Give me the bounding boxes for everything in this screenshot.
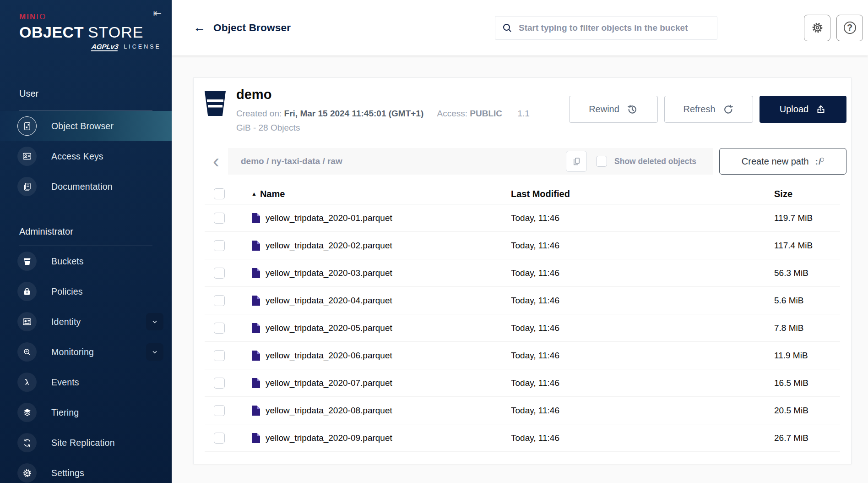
create-path-circle bbox=[820, 158, 824, 162]
table-row[interactable]: yellow_tripdata_2020-09.parquet Today, 1… bbox=[205, 424, 840, 452]
row-checkbox[interactable] bbox=[214, 433, 225, 444]
bucket-meta: Created on: Fri, Mar 15 2024 11:45:01 (G… bbox=[236, 106, 545, 135]
created-on-value: Fri, Mar 15 2024 11:45:01 (GMT+1) bbox=[284, 109, 424, 118]
sidebar-item-label: Policies bbox=[51, 286, 83, 297]
bucket-icon bbox=[204, 91, 226, 135]
table-row[interactable]: yellow_tripdata_2020-07.parquet Today, 1… bbox=[205, 369, 840, 397]
table-header: ▲Name Last Modified Size bbox=[205, 184, 840, 204]
upload-icon bbox=[815, 104, 826, 115]
table-row[interactable]: yellow_tripdata_2020-05.parquet Today, 1… bbox=[205, 314, 840, 342]
license-row: AGPLv3 LICENSE bbox=[19, 42, 172, 51]
refresh-button-label: Refresh bbox=[683, 104, 715, 115]
back-arrow-icon[interactable]: ← bbox=[193, 22, 206, 34]
sidebar-item-settings[interactable]: Settings bbox=[0, 458, 172, 483]
sidebar-item-monitoring[interactable]: Monitoring bbox=[0, 337, 172, 367]
chevron-down-icon[interactable] bbox=[146, 343, 163, 361]
brand-io-text: IO bbox=[36, 12, 46, 21]
table-row[interactable]: yellow_tripdata_2020-04.parquet Today, 1… bbox=[205, 287, 840, 314]
sidebar-divider bbox=[19, 69, 152, 69]
row-checkbox[interactable] bbox=[214, 323, 225, 334]
search-wrap bbox=[408, 16, 804, 40]
upload-button-label: Upload bbox=[780, 104, 808, 115]
row-checkbox[interactable] bbox=[214, 268, 225, 279]
object-name-cell: yellow_tripdata_2020-07.parquet bbox=[251, 378, 511, 389]
parquet-file-icon bbox=[251, 240, 260, 251]
upload-button[interactable]: Upload bbox=[760, 96, 846, 123]
parquet-file-icon bbox=[251, 433, 260, 444]
bucket-card: demo Created on: Fri, Mar 15 2024 11:45:… bbox=[193, 77, 852, 464]
sidebar-item-label: Settings bbox=[51, 468, 84, 478]
table-row[interactable]: yellow_tripdata_2020-03.parquet Today, 1… bbox=[205, 259, 840, 287]
brand-min-text: MIN bbox=[19, 12, 36, 21]
object-size: 119.7 MiB bbox=[774, 213, 840, 223]
sidebar-item-documentation[interactable]: Documentation bbox=[0, 171, 172, 202]
show-deleted-label[interactable]: Show deleted objects bbox=[614, 157, 696, 166]
object-size: 7.8 MiB bbox=[774, 323, 840, 333]
select-all-checkbox[interactable] bbox=[214, 188, 225, 199]
access-value: PUBLIC bbox=[470, 109, 502, 118]
bucket-info: demo Created on: Fri, Mar 15 2024 11:45:… bbox=[236, 86, 545, 135]
object-size: 5.6 MiB bbox=[774, 296, 840, 306]
row-checkbox[interactable] bbox=[214, 405, 225, 416]
help-button[interactable]: ? bbox=[836, 15, 863, 41]
sidebar-item-identity[interactable]: Identity bbox=[0, 307, 172, 337]
help-icon: ? bbox=[844, 22, 856, 34]
object-name: yellow_tripdata_2020-01.parquet bbox=[266, 213, 392, 223]
object-modified: Today, 11:46 bbox=[511, 406, 774, 416]
page-title-wrap: ← Object Browser bbox=[193, 22, 408, 34]
copy-path-button[interactable] bbox=[566, 151, 587, 172]
object-size: 20.5 MiB bbox=[774, 406, 840, 416]
created-on-label: Created on: bbox=[236, 109, 282, 118]
documentation-icon bbox=[17, 177, 37, 196]
row-checkbox[interactable] bbox=[214, 378, 225, 389]
show-deleted-checkbox[interactable] bbox=[596, 156, 607, 167]
sidebar-collapse-icon[interactable]: ⇤ bbox=[153, 7, 162, 19]
parquet-file-icon bbox=[251, 213, 260, 224]
refresh-button[interactable]: Refresh bbox=[664, 96, 753, 123]
refresh-icon bbox=[722, 104, 734, 115]
sidebar-item-access-keys[interactable]: Access Keys bbox=[0, 141, 172, 171]
sidebar-item-policies[interactable]: Policies bbox=[0, 276, 172, 307]
row-checkbox[interactable] bbox=[214, 240, 225, 251]
object-modified: Today, 11:46 bbox=[511, 433, 774, 443]
sidebar-item-tiering[interactable]: Tiering bbox=[0, 397, 172, 428]
table-row[interactable]: yellow_tripdata_2020-08.parquet Today, 1… bbox=[205, 397, 840, 424]
bucket-icon bbox=[17, 252, 37, 271]
path-back-icon[interactable]: ‹ bbox=[204, 152, 228, 170]
sidebar-item-events[interactable]: Events bbox=[0, 367, 172, 397]
table-row[interactable]: yellow_tripdata_2020-06.parquet Today, 1… bbox=[205, 342, 840, 369]
column-header-name[interactable]: ▲Name bbox=[251, 189, 511, 199]
identity-icon bbox=[17, 312, 37, 331]
sidebar-item-label: Identity bbox=[51, 317, 81, 327]
object-name: yellow_tripdata_2020-04.parquet bbox=[266, 296, 392, 306]
search-icon bbox=[502, 22, 513, 33]
filter-objects-input[interactable] bbox=[519, 23, 711, 33]
object-name-cell: yellow_tripdata_2020-02.parquet bbox=[251, 240, 511, 251]
sidebar-item-label: Monitoring bbox=[51, 347, 94, 357]
topbar-actions: ? bbox=[804, 15, 863, 41]
object-modified: Today, 11:46 bbox=[511, 351, 774, 361]
sidebar-item-buckets[interactable]: Buckets bbox=[0, 246, 172, 276]
chevron-down-icon[interactable] bbox=[146, 313, 163, 330]
main-area: ← Object Browser ? bbox=[172, 0, 868, 483]
settings-button[interactable] bbox=[804, 15, 830, 41]
object-name: yellow_tripdata_2020-07.parquet bbox=[266, 378, 392, 388]
row-checkbox[interactable] bbox=[214, 350, 225, 361]
row-checkbox[interactable] bbox=[214, 213, 225, 224]
path-bar: demo / ny-taxi-data / raw Show deleted o… bbox=[228, 148, 713, 175]
sidebar-item-site-replication[interactable]: Site Replication bbox=[0, 428, 172, 458]
object-size: 117.4 MiB bbox=[774, 241, 840, 251]
object-size: 26.7 MiB bbox=[774, 433, 840, 443]
create-new-path-button[interactable]: Create new path :/ bbox=[719, 148, 846, 175]
object-name-cell: yellow_tripdata_2020-05.parquet bbox=[251, 323, 511, 334]
breadcrumb[interactable]: demo / ny-taxi-data / raw bbox=[241, 156, 557, 166]
sidebar-item-object-browser[interactable]: Object Browser bbox=[0, 111, 172, 141]
row-checkbox[interactable] bbox=[214, 295, 225, 306]
rewind-button[interactable]: Rewind bbox=[569, 96, 658, 123]
table-row[interactable]: yellow_tripdata_2020-01.parquet Today, 1… bbox=[205, 204, 840, 232]
table-row[interactable]: yellow_tripdata_2020-02.parquet Today, 1… bbox=[205, 232, 840, 259]
layers-icon bbox=[17, 403, 37, 422]
object-size: 11.9 MiB bbox=[774, 351, 840, 361]
object-name-cell: yellow_tripdata_2020-09.parquet bbox=[251, 433, 511, 444]
license-label: LICENSE bbox=[124, 44, 161, 50]
